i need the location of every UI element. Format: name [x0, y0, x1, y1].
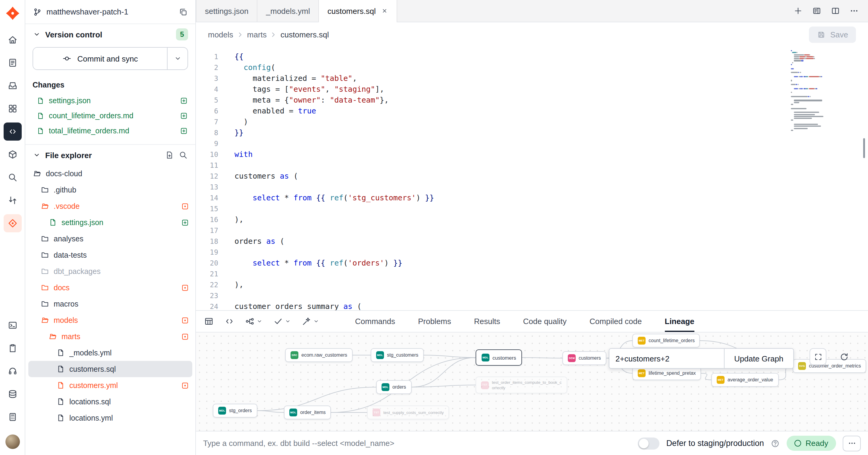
rail-keypad-button[interactable]: [3, 408, 22, 426]
rail-terminal-button[interactable]: [3, 316, 22, 334]
tree-item-docs-cloud[interactable]: docs-cloud: [25, 165, 195, 182]
minimap[interactable]: [791, 50, 858, 132]
close-icon[interactable]: [381, 7, 389, 15]
tab-customers.sql[interactable]: customers.sql: [319, 0, 397, 22]
rail-dbt-cloud-cli-button[interactable]: [3, 214, 22, 232]
search-icon[interactable]: [179, 150, 188, 160]
tree-item-_models.yml[interactable]: _models.yml: [25, 345, 195, 361]
tree-item-customers.sql[interactable]: customers.sql: [28, 361, 192, 377]
rail-apps-button[interactable]: [3, 99, 22, 118]
tab-settings.json[interactable]: settings.json: [196, 0, 258, 22]
lineage-node-order_items[interactable]: MDLorder_items: [284, 405, 331, 419]
help-icon[interactable]: [771, 438, 780, 448]
build-button[interactable]: [245, 316, 263, 326]
defer-toggle[interactable]: [638, 437, 660, 449]
lineage-node-customers_sem[interactable]: SEMcustomers: [562, 351, 607, 365]
tree-item-customers.yml[interactable]: customers.yml: [25, 377, 195, 394]
tree-item-dbt_packages[interactable]: dbt_packages: [25, 263, 195, 279]
copy-branch-icon[interactable]: [179, 7, 188, 17]
plus-square-icon[interactable]: [181, 218, 189, 227]
status-badge[interactable]: Ready: [787, 436, 836, 451]
rail-inbox-button[interactable]: [3, 77, 22, 95]
panel-tab-lineage[interactable]: Lineage: [665, 311, 694, 332]
split-editor-button[interactable]: [831, 6, 840, 16]
lineage-node-customers_model[interactable]: MDLcustomers: [475, 349, 522, 366]
test-button[interactable]: [273, 316, 291, 326]
save-button[interactable]: Save: [809, 26, 856, 42]
dot-square-icon[interactable]: [181, 283, 189, 292]
panel-tab-compiled-code[interactable]: Compiled code: [590, 311, 642, 332]
panel-tab-commands[interactable]: Commands: [355, 311, 395, 332]
tree-item-macros[interactable]: macros: [25, 296, 195, 312]
panel-tab-code-quality[interactable]: Code quality: [523, 311, 567, 332]
tree-item-models[interactable]: models: [25, 312, 195, 328]
dot-square-icon[interactable]: [181, 381, 189, 390]
tree-item-analyses[interactable]: analyses: [25, 230, 195, 247]
breadcrumb-segment[interactable]: customers.sql: [281, 30, 329, 39]
breadcrumb-segment[interactable]: models: [208, 30, 233, 39]
fullscreen-button[interactable]: [809, 348, 827, 365]
command-input[interactable]: Type a command, ex. dbt build --select <…: [203, 439, 394, 448]
plus-square-icon[interactable]: [180, 96, 188, 105]
rail-git-compare-button[interactable]: [3, 191, 22, 209]
breadcrumb-segment[interactable]: marts: [247, 30, 267, 39]
rail-clipboard-button[interactable]: [3, 339, 22, 357]
refresh-graph-button[interactable]: [835, 348, 852, 365]
lineage-canvas[interactable]: 2+customers+2 Update Graph SRCecom.raw_c…: [196, 333, 868, 431]
rail-scope-button[interactable]: [3, 168, 22, 187]
rail-home-button[interactable]: [3, 31, 22, 49]
rail-code-editor-button[interactable]: [3, 122, 22, 141]
dot-square-icon[interactable]: [181, 332, 189, 341]
rail-cube-button[interactable]: [3, 145, 22, 164]
tree-item-locations.sql[interactable]: locations.sql: [25, 394, 195, 410]
changed-file-count_lifetime_orders.md[interactable]: count_lifetime_orders.md: [25, 108, 195, 123]
compile-code-button[interactable]: [224, 316, 235, 326]
lineage-node-test_order_items[interactable]: TSTtest_order_items_compute_to_book_corr…: [475, 376, 567, 394]
plus-square-icon[interactable]: [180, 111, 188, 120]
version-control-header[interactable]: Version control 5: [25, 24, 195, 45]
tree-item-locations.yml[interactable]: locations.yml: [25, 410, 195, 426]
editor-overflow-button[interactable]: [849, 6, 859, 16]
lineage-selector-input[interactable]: 2+customers+2: [610, 349, 724, 368]
tab-_models.yml[interactable]: _models.yml: [258, 0, 319, 22]
rail-notebook-button[interactable]: [3, 54, 22, 72]
code-editor[interactable]: 1{{2 config(3 materialized = "table",4 t…: [196, 47, 868, 310]
tree-item-.github[interactable]: .github: [25, 182, 195, 198]
lineage-node-raw_customers[interactable]: SRCecom.raw_customers: [285, 348, 352, 362]
dot-square-icon[interactable]: [181, 316, 189, 324]
panel-tab-results[interactable]: Results: [474, 311, 500, 332]
status-overflow-button[interactable]: [843, 435, 861, 451]
dot-square-icon[interactable]: [181, 202, 189, 210]
commit-and-sync-button[interactable]: Commit and sync: [33, 48, 167, 69]
lint-fix-button[interactable]: [301, 316, 319, 326]
rail-stack-button[interactable]: [3, 385, 22, 403]
new-tab-button[interactable]: [793, 6, 803, 16]
toggle-panel-button[interactable]: [812, 6, 822, 16]
user-avatar[interactable]: [5, 434, 20, 449]
lineage-node-orders[interactable]: MDLorders: [376, 380, 411, 394]
changed-file-total_lifetime_orders.md[interactable]: total_lifetime_orders.md: [25, 123, 195, 138]
lineage-node-count_lifetime_orders[interactable]: METcount_lifetime_orders: [632, 334, 700, 348]
git-commit-icon: [62, 54, 72, 63]
file-explorer-header[interactable]: File explorer: [25, 145, 195, 165]
rail-headset-button[interactable]: [3, 362, 22, 380]
tree-item-.vscode[interactable]: .vscode: [25, 198, 195, 214]
lineage-node-average_order_value[interactable]: METaverage_order_value: [711, 373, 778, 387]
plus-square-icon[interactable]: [180, 126, 188, 135]
scrollbar-thumb[interactable]: [863, 138, 865, 158]
new-file-icon[interactable]: [164, 150, 174, 160]
tree-item-data-tests[interactable]: data-tests: [25, 247, 195, 263]
changed-file-settings.json[interactable]: settings.json: [25, 93, 195, 108]
tree-item-marts[interactable]: marts: [25, 328, 195, 345]
tree-item-settings.json[interactable]: settings.json: [25, 214, 195, 230]
update-graph-button[interactable]: Update Graph: [724, 349, 793, 368]
commit-options-button[interactable]: [167, 48, 187, 69]
lineage-node-stg_customers[interactable]: MDLstg_customers: [371, 348, 424, 362]
lineage-node-test_supply_costs[interactable]: TSTtest_supply_costs_sum_correctly: [367, 405, 449, 419]
lineage-node-stg_orders[interactable]: MDLstg_orders: [213, 404, 257, 418]
lineage-node-customer_order_metrics[interactable]: SVGcustomer_order_metrics: [793, 359, 867, 373]
panel-tab-problems[interactable]: Problems: [418, 311, 451, 332]
results-table-button[interactable]: [204, 316, 214, 326]
tree-item-docs[interactable]: docs: [25, 279, 195, 296]
dbt-logo[interactable]: [4, 5, 20, 21]
